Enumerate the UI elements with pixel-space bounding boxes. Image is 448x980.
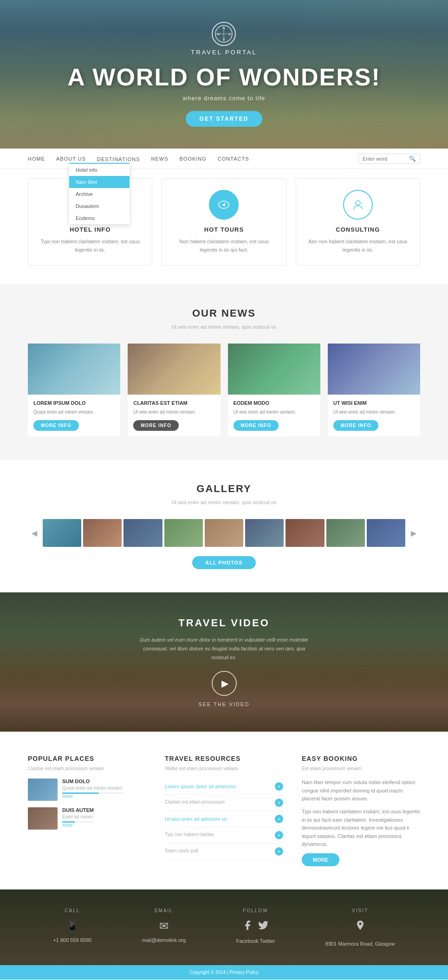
resource-plus-5[interactable]: + (275, 847, 283, 856)
svg-text:E: E (229, 32, 231, 36)
nav-booking[interactable]: BOOKING (180, 149, 207, 168)
gallery-thumb-2[interactable] (83, 519, 122, 547)
location-icon (325, 920, 395, 936)
gallery-thumb-3[interactable] (123, 519, 162, 547)
gallery-next-arrow[interactable]: ▶ (407, 527, 420, 539)
all-photos-button[interactable]: ALL PHOTOS (192, 556, 256, 569)
see-video-label[interactable]: SEE THE VIDEO (136, 701, 312, 707)
footer-visit-col: VISIT 8901 Marmora Road, Glasgow (325, 908, 395, 947)
phone-icon: 📱 (53, 920, 91, 933)
footer-bottom: CALL 📱 +1 800 559 6580 EMAIL ✉ mail@demo… (0, 889, 448, 965)
resource-item-3: Ut wisi enim ad adminim vo + (165, 811, 283, 827)
hot-tours-desc: Non habent claritatem insitam, est usus … (171, 238, 276, 254)
footer-email-value[interactable]: mail@demolink.org (142, 937, 186, 943)
news-body-3: EODEM MODO Ut wisi enim ad minim veniam.… (228, 395, 320, 436)
nav-destinations-dropdown[interactable]: DESTINATIONS Hotel info Nam liber Archiv… (97, 155, 140, 163)
video-title: TRAVEL VIDEO (136, 617, 312, 629)
footer-bottom-grid: CALL 📱 +1 800 559 6580 EMAIL ✉ mail@demo… (28, 908, 420, 947)
news-more-btn-1[interactable]: MORE INFO (33, 420, 79, 431)
news-subtitle: Ut wisi enim ad minim veniam, quis nostr… (28, 324, 420, 330)
gallery-subtitle: Ut wisi enim ad minim veniam, quis nostr… (28, 500, 420, 505)
logo-text: TRAVEL PORTAL (67, 49, 380, 56)
popular-name-1: SUM DOLO (62, 779, 123, 784)
nav-news[interactable]: NEWS (151, 149, 169, 168)
nav-home[interactable]: HOME (28, 149, 45, 168)
news-card-4: UT WISI ENIM Ut wisi enim ad minim venia… (328, 344, 420, 436)
news-card-title-4: UT WISI ENIM (333, 400, 415, 406)
gallery-thumb-1[interactable] (43, 519, 81, 547)
news-more-btn-2[interactable]: MORE INFO (133, 420, 179, 431)
gallery-prev-arrow[interactable]: ◀ (28, 527, 41, 539)
twitter-icon[interactable] (258, 920, 269, 934)
resource-link-3[interactable]: Ut wisi enim ad adminim vo (165, 816, 227, 822)
svg-point-10 (356, 201, 360, 205)
gallery-thumb-4[interactable] (164, 519, 203, 547)
footer-visit-value: 8901 Marmora Road, Glasgow (325, 941, 395, 947)
news-card-3: EODEM MODO Ut wisi enim ad minim veniam.… (228, 344, 320, 436)
dropdown-dusautem[interactable]: Dusautem (69, 200, 130, 212)
gallery-section: GALLERY Ut wisi enim ad minim veniam, qu… (0, 460, 448, 592)
travel-resources-title: TRAVEL RESOURCES (165, 755, 283, 762)
news-image-3 (228, 344, 320, 395)
facebook-icon[interactable] (242, 920, 253, 934)
news-card-1: LOREM IPSUM DOLO Quasi enim ad minim ven… (28, 344, 120, 436)
services-section: HOTEL INFO Typi non habent claritatem in… (0, 169, 448, 284)
news-image-1 (28, 344, 120, 395)
dropdown-hotel-info[interactable]: Hotel info (69, 164, 130, 176)
consulting-title: CONSULTING (305, 226, 410, 233)
booking-desc-1: Nam liber tempor cum soluta nobis eleife… (302, 779, 420, 803)
booking-more-button[interactable]: MORE (302, 853, 339, 866)
resource-plus-3[interactable]: + (275, 815, 283, 823)
resource-plus-1[interactable]: + (275, 782, 283, 791)
popular-more-2[interactable]: more (62, 823, 94, 828)
play-button[interactable]: ▶ (212, 671, 237, 696)
get-started-button[interactable]: GET STARTED (186, 111, 263, 127)
easy-booking-sub: Est etiam processum veniam (302, 766, 420, 771)
search-bar[interactable]: 🔍 (358, 154, 420, 164)
news-more-btn-4[interactable]: MORE INFO (333, 420, 379, 431)
search-input[interactable] (363, 156, 409, 162)
resource-plus-2[interactable]: + (275, 798, 283, 807)
gallery-thumb-6[interactable] (245, 519, 284, 547)
popular-more-1[interactable]: more (62, 794, 123, 799)
service-hot-tours: HOT TOURS Non habent claritatem insitam,… (162, 178, 286, 266)
copyright-bar: Copyright © 2014 | Privacy Policy (0, 965, 448, 980)
resource-plus-4[interactable]: + (275, 831, 283, 839)
news-section: OUR NEWS Ut wisi enim ad minim veniam, q… (0, 284, 448, 460)
search-icon[interactable]: 🔍 (409, 156, 416, 162)
svg-text:N: N (223, 26, 225, 30)
resource-item-4: Typi non habent claritas + (165, 827, 283, 844)
dropdown-archive[interactable]: Archive (69, 188, 130, 200)
resource-link-1[interactable]: Lorem ipsum dolor sit ametcoor (165, 784, 236, 789)
play-icon: ▶ (221, 678, 228, 689)
gallery-thumb-8[interactable] (326, 519, 365, 547)
popular-places-col: POPULAR PLACES Claritas est etiam proces… (28, 755, 146, 866)
gallery-thumb-5[interactable] (205, 519, 243, 547)
gallery-thumb-7[interactable] (286, 519, 324, 547)
popular-item-1: SUM DOLO Quasi enim ad minim veniam. mor… (28, 779, 146, 801)
news-card-title-1: LOREM IPSUM DOLO (33, 400, 115, 406)
hero-subtitle: where dreams come to life (67, 95, 380, 102)
gallery-title: GALLERY (28, 483, 420, 495)
travel-resources-sub: Wefas est etiam processum veniam (165, 766, 283, 771)
popular-places-title: POPULAR PLACES (28, 755, 146, 762)
news-card-desc-1: Quasi enim ad minim veniam. (33, 409, 115, 415)
news-card-desc-4: Ut wisi enim ad minim veniam. (333, 409, 415, 415)
dropdown-eodemo[interactable]: Eodemo (69, 212, 130, 224)
video-section: TRAVEL VIDEO Duis autem vel eum iriure d… (0, 592, 448, 732)
news-card-desc-2: Ut wisi enim ad minim veniam. (133, 409, 214, 415)
facebook-label[interactable]: Facebook (236, 938, 259, 944)
dropdown-nam-liber[interactable]: Nam liber (69, 176, 130, 188)
news-more-btn-3[interactable]: MORE INFO (234, 420, 279, 431)
gallery-thumb-9[interactable] (367, 519, 405, 547)
twitter-link[interactable]: Twitter (260, 938, 275, 944)
footer-follow-col: FOLLOW Facebook Twitter (236, 908, 275, 947)
consulting-icon (343, 190, 373, 220)
news-card-title-2: CLARITAS EST ETIAM (133, 400, 214, 406)
easy-booking-title: EASY BOOKING (302, 755, 420, 762)
news-image-4 (328, 344, 420, 395)
nav-contacts[interactable]: CONTACTS (218, 149, 249, 168)
news-body-1: LOREM IPSUM DOLO Quasi enim ad minim ven… (28, 395, 120, 436)
footer-content-section: POPULAR PLACES Claritas est etiam proces… (0, 732, 448, 889)
gallery-images (43, 519, 405, 547)
